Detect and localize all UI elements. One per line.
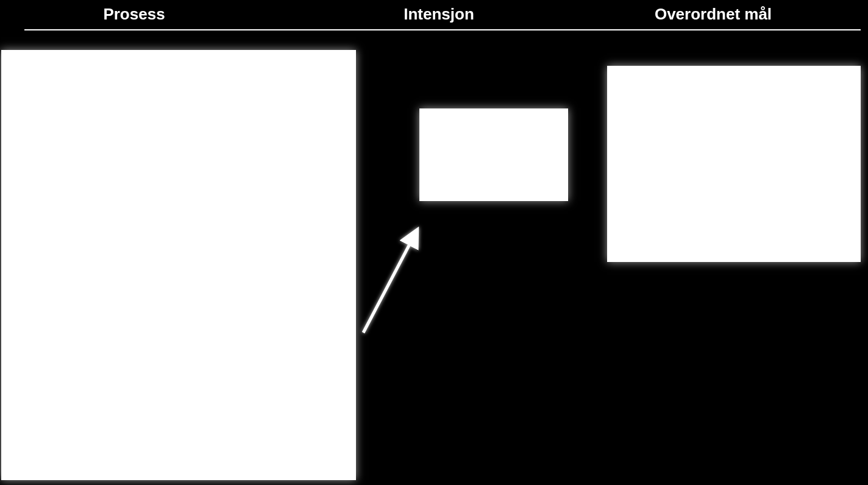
- intention-box: [419, 108, 568, 201]
- process-box: [1, 50, 356, 480]
- goal-box: [607, 66, 861, 262]
- arrow-process-lower-to-intention-icon: [363, 230, 417, 333]
- column-header-intention: Intensjon: [366, 5, 512, 24]
- column-header-goal: Overordnet mål: [610, 5, 817, 24]
- header-divider: [24, 29, 861, 30]
- diagram-stage: Prosess Intensjon Overordnet mål: [0, 0, 868, 485]
- column-header-process: Prosess: [55, 5, 213, 24]
